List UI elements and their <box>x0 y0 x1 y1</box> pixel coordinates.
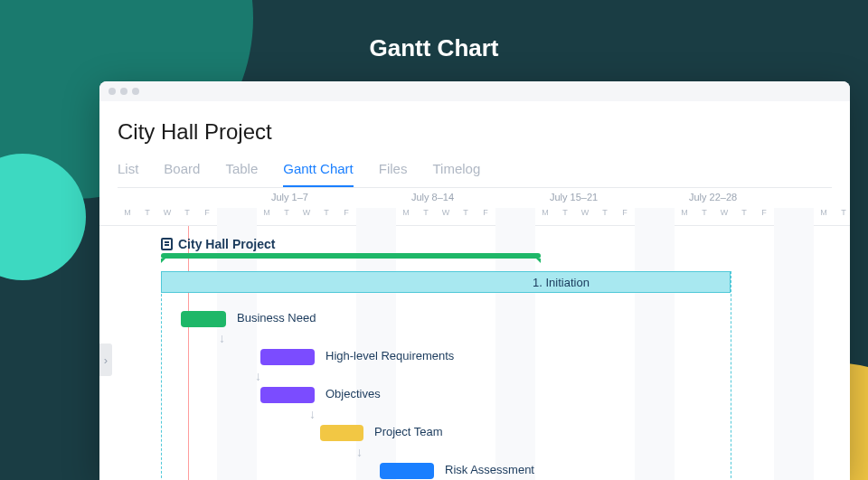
expand-handle[interactable] <box>99 344 112 376</box>
task-label: Objectives <box>326 387 381 400</box>
window-control[interactable] <box>120 88 127 95</box>
chart-body: City Hall Project 1. Initiation Business… <box>99 226 850 480</box>
tab-gantt-chart[interactable]: Gantt Chart <box>283 161 354 187</box>
week-label: July 1–7 <box>271 192 308 202</box>
day-label: T <box>555 208 575 217</box>
weekend-column <box>237 226 257 480</box>
weekend-column <box>217 226 237 480</box>
day-label: F <box>476 208 495 217</box>
weekend-column <box>794 226 814 480</box>
tab-files[interactable]: Files <box>379 161 408 187</box>
app-window: City Hall Project List Board Table Gantt… <box>99 81 850 480</box>
project-title: City Hall Project <box>118 119 832 145</box>
project-bar-label: City Hall Project <box>178 237 275 251</box>
dependency-arrow-icon: ↓ <box>309 407 316 421</box>
day-label: T <box>734 208 754 217</box>
day-label: F <box>754 208 774 217</box>
day-label: W <box>297 208 316 217</box>
weekend-column <box>655 226 675 480</box>
task-label: High-level Requirements <box>326 349 454 362</box>
day-label: W <box>575 208 595 217</box>
tab-timelog[interactable]: Timelog <box>432 161 480 187</box>
day-label: M <box>814 208 834 217</box>
day-label: T <box>694 208 714 217</box>
window-control[interactable] <box>108 88 116 95</box>
tab-table[interactable]: Table <box>225 161 258 187</box>
weekend-column <box>515 226 535 480</box>
project-duration-bar[interactable] <box>161 253 541 259</box>
day-label: F <box>615 208 635 217</box>
task-bar-business-need[interactable] <box>181 311 226 327</box>
day-label: M <box>535 208 555 217</box>
project-row: City Hall Project <box>161 237 850 251</box>
day-label: T <box>416 208 436 217</box>
day-label: M <box>118 208 137 217</box>
week-label: July 22–28 <box>689 192 737 202</box>
day-label: T <box>834 208 850 217</box>
task-bar-objectives[interactable] <box>260 387 315 403</box>
day-label: W <box>436 208 456 217</box>
week-label: July 15–21 <box>550 192 598 202</box>
window-titlebar <box>99 81 850 101</box>
phase-bar[interactable]: 1. Initiation <box>161 271 731 293</box>
project-icon <box>161 238 173 250</box>
phase-label: 1. Initiation <box>533 276 590 289</box>
tab-list[interactable]: List <box>118 161 138 187</box>
dependency-arrow-icon: ↓ <box>219 331 225 345</box>
task-bar-project-team[interactable] <box>320 425 363 441</box>
day-label: T <box>277 208 297 217</box>
day-label: F <box>197 208 217 217</box>
day-label: T <box>316 208 336 217</box>
day-label: T <box>177 208 197 217</box>
day-label: W <box>157 208 177 217</box>
day-label: M <box>257 208 277 217</box>
day-label: M <box>396 208 416 217</box>
phase-boundary <box>731 271 731 480</box>
task-label: Business Need <box>237 311 316 325</box>
tab-board[interactable]: Board <box>164 161 200 187</box>
timeline-header: July 1–7 July 8–14 July 15–21 July 22–28… <box>99 188 850 226</box>
timeline: July 1–7 July 8–14 July 15–21 July 22–28… <box>99 188 850 480</box>
weekend-column <box>774 226 794 480</box>
day-label: M <box>675 208 694 217</box>
day-label: W <box>714 208 734 217</box>
tabs: List Board Table Gantt Chart Files Timel… <box>118 161 832 188</box>
page-title: Gantt Chart <box>370 34 499 62</box>
day-label: T <box>137 208 157 217</box>
day-label: T <box>456 208 476 217</box>
weekend-column <box>495 226 515 480</box>
weekend-column <box>635 226 655 480</box>
task-bar-risk-assessment[interactable] <box>380 463 434 479</box>
dependency-arrow-icon: ↓ <box>356 445 363 459</box>
window-control[interactable] <box>132 88 139 95</box>
header: City Hall Project List Board Table Gantt… <box>99 101 850 188</box>
day-label: T <box>595 208 615 217</box>
phase-boundary <box>161 271 162 480</box>
task-label: Risk Assessment <box>445 463 534 476</box>
task-bar-requirements[interactable] <box>260 349 315 365</box>
task-label: Project Team <box>374 425 443 438</box>
dependency-arrow-icon: ↓ <box>255 369 261 383</box>
day-label: F <box>336 208 356 217</box>
today-indicator <box>188 226 189 480</box>
week-label: July 8–14 <box>411 192 454 202</box>
